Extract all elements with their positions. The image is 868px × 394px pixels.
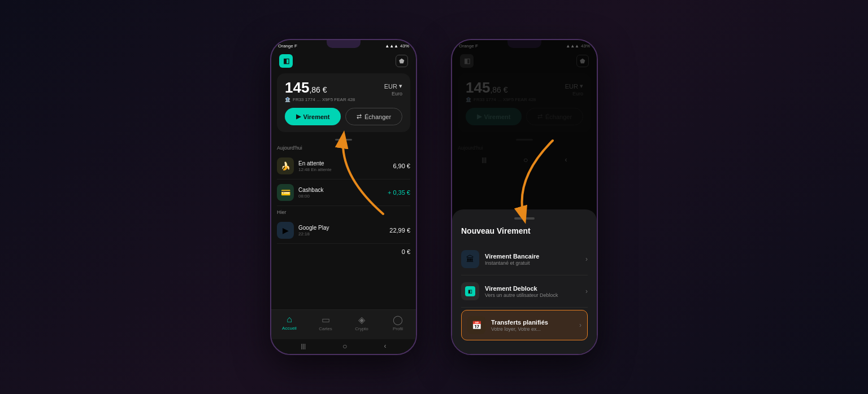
app-header-1: ◧ ⬟: [271, 50, 416, 70]
tx-amount-zero: 0 €: [402, 248, 410, 255]
logo-1: ◧: [279, 54, 293, 68]
planifies-icon: 📅: [467, 316, 485, 334]
notch-1: [327, 40, 361, 48]
planifies-title: Transferts planifiés: [491, 319, 574, 326]
section-hier: Hier: [277, 209, 410, 215]
nav-profil-1[interactable]: ◯ Profil: [380, 314, 416, 331]
notif-button-1[interactable]: ⬟: [396, 55, 408, 67]
crypto-icon-1: ◈: [358, 314, 365, 325]
currency-badge-1: EUR ▾: [384, 82, 402, 90]
tx-amount-google: 22,99 €: [389, 227, 410, 234]
screen-1: Orange F 21:18 ▲▲▲ 43% ◧ ⬟ 145,86 €: [271, 40, 416, 354]
section-today: Aujourd'hui: [277, 145, 410, 151]
recent-btn-1[interactable]: ‹: [384, 342, 387, 350]
planifies-chevron: ›: [579, 321, 581, 329]
bancaire-icon: 🏛: [461, 250, 479, 268]
tx-amount-banana: 6,90 €: [393, 163, 410, 169]
balance-card-1: 145,86 € 🏦 FR33 1774 … X9F5 FEAR 428 EUR…: [277, 73, 410, 132]
deblock-sub: Vers un autre utilisateur Deblock: [485, 292, 580, 298]
transactions-1: Aujourd'hui 🍌 En attente 12:48 En attent…: [271, 142, 416, 309]
phone-frame-1: Orange F 21:18 ▲▲▲ 43% ◧ ⬟ 145,86 €: [270, 39, 417, 355]
modal-handle: [514, 217, 535, 220]
screen-2: Orange F 21:17 ▲▲▲ 43% ◧ ⬟ 145,86 €: [452, 40, 597, 354]
iban-1: 🏦 FR33 1774 … X9F5 FEAR 428: [285, 97, 355, 102]
carrier-1: Orange F: [278, 43, 297, 49]
nav-accueil-1[interactable]: ⌂ Accueil: [271, 314, 307, 331]
nav-label-profil-1: Profil: [393, 326, 403, 331]
action-buttons-1: ▶ Virement ⇄ Échanger: [285, 108, 402, 125]
profil-icon-1: ◯: [393, 314, 403, 325]
deblock-chevron: ›: [585, 287, 588, 295]
bancaire-info: Virement Bancaire Instantané et gratuit: [485, 253, 580, 266]
bancaire-sub: Instantané et gratuit: [485, 260, 580, 266]
virement-button-1[interactable]: ▶ Virement: [285, 108, 341, 125]
nav-label-accueil-1: Accueil: [282, 326, 297, 331]
back-btn-1[interactable]: |||: [301, 343, 306, 349]
deblock-title: Virement Deblock: [485, 285, 580, 292]
balance-amount-1: 145,86 €: [285, 80, 355, 95]
nav-cartes-1[interactable]: ▭ Cartes: [307, 314, 344, 331]
modal-sheet: Nouveau Virement 🏛 Virement Bancaire Ins…: [452, 209, 597, 354]
tx-google[interactable]: ▶ Google Play 22:18 22,99 €: [277, 217, 410, 244]
swipe-indicator-1: [271, 135, 416, 142]
tx-icon-banana: 🍌: [277, 157, 294, 174]
modal-overlay: Nouveau Virement 🏛 Virement Bancaire Ins…: [452, 40, 597, 354]
bancaire-chevron: ›: [585, 255, 588, 263]
nav-crypto-1[interactable]: ◈ Crypto: [344, 314, 380, 331]
deblock-icon: ◧: [461, 282, 479, 300]
tx-amount-cashback: + 0,35 €: [388, 189, 410, 196]
planifies-sub: Votre loyer, Votre ex...: [491, 326, 574, 332]
phone-1: Orange F 21:18 ▲▲▲ 43% ◧ ⬟ 145,86 €: [270, 39, 417, 355]
deblock-info: Virement Deblock Vers un autre utilisate…: [485, 285, 580, 298]
tx-banana[interactable]: 🍌 En attente 12:48 En attente 6,90 €: [277, 153, 410, 180]
tx-info-cashback: Cashback 08:00: [298, 187, 383, 199]
tx-icon-google: ▶: [277, 222, 294, 239]
phone-frame-2: Orange F 21:17 ▲▲▲ 43% ◧ ⬟ 145,86 €: [451, 39, 598, 355]
cards-icon-1: ▭: [322, 314, 330, 325]
echanger-button-1[interactable]: ⇄ Échanger: [345, 108, 402, 125]
nav-label-cartes-1: Cartes: [319, 326, 332, 331]
home-icon-1: ⌂: [287, 314, 292, 325]
modal-item-deblock[interactable]: ◧ Virement Deblock Vers un autre utilisa…: [461, 275, 588, 308]
bancaire-title: Virement Bancaire: [485, 253, 580, 260]
modal-item-planifies[interactable]: 📅 Transferts planifiés Votre loyer, Votr…: [461, 310, 588, 340]
tx-info-google: Google Play 22:18: [298, 225, 385, 237]
modal-title: Nouveau Virement: [461, 226, 588, 235]
tx-info-banana: En attente 12:48 En attente: [298, 160, 388, 172]
home-btn-1[interactable]: ○: [342, 342, 347, 351]
tx-icon-cashback: 💳: [277, 184, 294, 201]
home-bar-1: ||| ○ ‹: [271, 339, 416, 354]
tx-zero: 0 €: [277, 244, 410, 260]
modal-backdrop[interactable]: [452, 40, 597, 209]
currency-label-1: Euro: [384, 91, 402, 97]
nav-label-crypto-1: Crypto: [355, 326, 368, 331]
modal-item-bancaire[interactable]: 🏛 Virement Bancaire Instantané et gratui…: [461, 243, 588, 275]
bottom-nav-1: ⌂ Accueil ▭ Cartes ◈ Crypto ◯ Profil: [271, 309, 416, 339]
status-icons-1: ▲▲▲ 43%: [385, 43, 409, 49]
planifies-info: Transferts planifiés Votre loyer, Votre …: [491, 319, 574, 332]
tx-cashback[interactable]: 💳 Cashback 08:00 + 0,35 €: [277, 180, 410, 206]
phone-2: Orange F 21:17 ▲▲▲ 43% ◧ ⬟ 145,86 €: [451, 39, 598, 355]
